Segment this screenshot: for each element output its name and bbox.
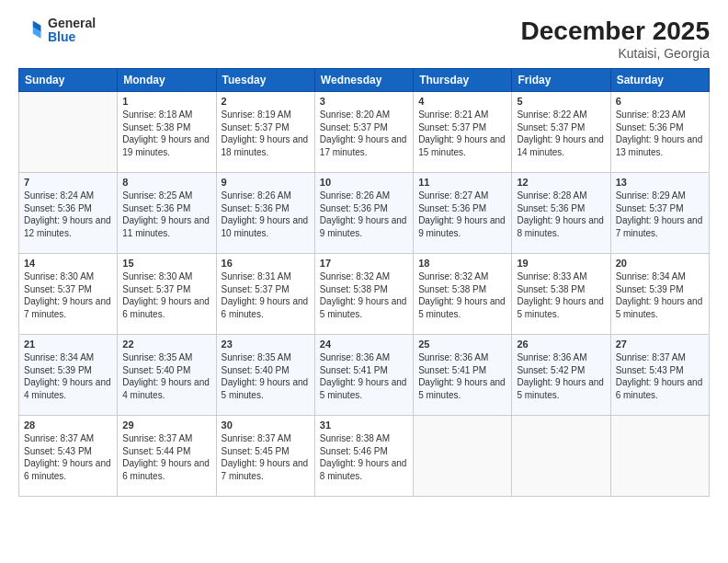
calendar-header-monday: Monday [118,69,216,92]
calendar-cell: 5Sunrise: 8:22 AMSunset: 5:37 PMDaylight… [512,92,610,173]
calendar-cell: 15Sunrise: 8:30 AMSunset: 5:37 PMDayligh… [118,254,216,335]
day-number: 31 [320,419,408,431]
day-info: Sunrise: 8:25 AMSunset: 5:36 PMDaylight:… [122,190,210,239]
calendar-cell: 3Sunrise: 8:20 AMSunset: 5:37 PMDaylight… [314,92,413,173]
day-number: 10 [320,177,408,188]
calendar-table: SundayMondayTuesdayWednesdayThursdayFrid… [18,68,710,497]
day-number: 17 [320,258,408,269]
day-info: Sunrise: 8:24 AMSunset: 5:36 PMDaylight:… [24,190,112,239]
day-info: Sunrise: 8:35 AMSunset: 5:40 PMDaylight:… [122,351,210,401]
calendar-cell: 16Sunrise: 8:31 AMSunset: 5:37 PMDayligh… [216,254,314,335]
calendar-cell: 13Sunrise: 8:29 AMSunset: 5:37 PMDayligh… [610,173,709,254]
calendar-cell: 27Sunrise: 8:37 AMSunset: 5:43 PMDayligh… [610,335,709,416]
calendar-cell: 31Sunrise: 8:38 AMSunset: 5:46 PMDayligh… [314,416,413,497]
logo-icon [18,17,44,43]
logo-text: General Blue [48,17,96,45]
calendar-cell: 20Sunrise: 8:34 AMSunset: 5:39 PMDayligh… [610,254,709,335]
day-info: Sunrise: 8:33 AMSunset: 5:38 PMDaylight:… [517,270,605,320]
day-number: 8 [122,177,210,188]
calendar-header-row: SundayMondayTuesdayWednesdayThursdayFrid… [19,69,710,92]
day-number: 16 [222,258,310,269]
calendar-cell: 30Sunrise: 8:37 AMSunset: 5:45 PMDayligh… [216,416,314,497]
day-info: Sunrise: 8:20 AMSunset: 5:37 PMDaylight:… [320,109,408,158]
calendar-cell: 14Sunrise: 8:30 AMSunset: 5:37 PMDayligh… [19,254,118,335]
day-number: 1 [122,96,210,107]
calendar-header-tuesday: Tuesday [216,69,314,92]
calendar-header-saturday: Saturday [610,69,709,92]
day-info: Sunrise: 8:29 AMSunset: 5:37 PMDaylight:… [616,190,704,239]
day-info: Sunrise: 8:18 AMSunset: 5:38 PMDaylight:… [122,109,210,158]
day-number: 11 [418,177,506,188]
day-info: Sunrise: 8:36 AMSunset: 5:41 PMDaylight:… [320,351,408,401]
calendar-week-row: 7Sunrise: 8:24 AMSunset: 5:36 PMDaylight… [19,173,710,254]
day-number: 19 [517,258,605,269]
logo-blue: Blue [48,30,96,44]
day-number: 30 [222,419,310,431]
subtitle: Kutaisi, Georgia [521,46,710,61]
calendar-cell: 18Sunrise: 8:32 AMSunset: 5:38 PMDayligh… [414,254,512,335]
calendar-week-row: 14Sunrise: 8:30 AMSunset: 5:37 PMDayligh… [19,254,710,335]
day-info: Sunrise: 8:31 AMSunset: 5:37 PMDaylight:… [222,270,310,320]
calendar-cell [414,416,512,497]
calendar-week-row: 1Sunrise: 8:18 AMSunset: 5:38 PMDaylight… [19,92,710,173]
day-info: Sunrise: 8:27 AMSunset: 5:36 PMDaylight:… [418,190,506,239]
calendar-cell [610,416,709,497]
calendar-cell: 24Sunrise: 8:36 AMSunset: 5:41 PMDayligh… [314,335,413,416]
day-number: 5 [517,96,605,107]
day-number: 14 [24,258,112,269]
day-number: 29 [122,419,210,431]
day-info: Sunrise: 8:21 AMSunset: 5:37 PMDaylight:… [418,109,506,158]
day-info: Sunrise: 8:26 AMSunset: 5:36 PMDaylight:… [320,190,408,239]
calendar-cell: 10Sunrise: 8:26 AMSunset: 5:36 PMDayligh… [314,173,413,254]
calendar-cell: 19Sunrise: 8:33 AMSunset: 5:38 PMDayligh… [512,254,610,335]
day-number: 13 [616,177,704,188]
calendar-cell: 7Sunrise: 8:24 AMSunset: 5:36 PMDaylight… [19,173,118,254]
day-number: 3 [320,96,408,107]
day-info: Sunrise: 8:38 AMSunset: 5:46 PMDaylight:… [320,432,408,482]
calendar-cell: 29Sunrise: 8:37 AMSunset: 5:44 PMDayligh… [118,416,216,497]
day-number: 27 [616,339,704,350]
day-info: Sunrise: 8:30 AMSunset: 5:37 PMDaylight:… [122,270,210,320]
day-number: 24 [320,339,408,350]
calendar-header-thursday: Thursday [414,69,512,92]
day-number: 6 [616,96,704,107]
main-title: December 2025 [521,17,710,46]
day-info: Sunrise: 8:19 AMSunset: 5:37 PMDaylight:… [222,109,310,158]
calendar-cell: 17Sunrise: 8:32 AMSunset: 5:38 PMDayligh… [314,254,413,335]
day-info: Sunrise: 8:36 AMSunset: 5:42 PMDaylight:… [517,351,605,401]
day-info: Sunrise: 8:37 AMSunset: 5:43 PMDaylight:… [616,351,704,401]
calendar-cell: 21Sunrise: 8:34 AMSunset: 5:39 PMDayligh… [19,335,118,416]
day-number: 18 [418,258,506,269]
calendar-cell: 26Sunrise: 8:36 AMSunset: 5:42 PMDayligh… [512,335,610,416]
day-info: Sunrise: 8:22 AMSunset: 5:37 PMDaylight:… [517,109,605,158]
calendar-cell: 4Sunrise: 8:21 AMSunset: 5:37 PMDaylight… [414,92,512,173]
page: General Blue December 2025 Kutaisi, Geor… [0,0,728,563]
calendar-week-row: 21Sunrise: 8:34 AMSunset: 5:39 PMDayligh… [19,335,710,416]
calendar-cell: 22Sunrise: 8:35 AMSunset: 5:40 PMDayligh… [118,335,216,416]
logo-general: General [48,17,96,30]
calendar-cell: 25Sunrise: 8:36 AMSunset: 5:41 PMDayligh… [414,335,512,416]
day-info: Sunrise: 8:34 AMSunset: 5:39 PMDaylight:… [24,351,112,401]
day-info: Sunrise: 8:28 AMSunset: 5:36 PMDaylight:… [517,190,605,239]
day-info: Sunrise: 8:37 AMSunset: 5:44 PMDaylight:… [122,432,210,482]
day-number: 4 [418,96,506,107]
day-number: 2 [222,96,310,107]
calendar-cell: 28Sunrise: 8:37 AMSunset: 5:43 PMDayligh… [19,416,118,497]
day-info: Sunrise: 8:32 AMSunset: 5:38 PMDaylight:… [418,270,506,320]
calendar-cell: 1Sunrise: 8:18 AMSunset: 5:38 PMDaylight… [118,92,216,173]
calendar-cell: 12Sunrise: 8:28 AMSunset: 5:36 PMDayligh… [512,173,610,254]
day-number: 20 [616,258,704,269]
day-number: 28 [24,419,112,431]
calendar-header-sunday: Sunday [19,69,118,92]
calendar-week-row: 28Sunrise: 8:37 AMSunset: 5:43 PMDayligh… [19,416,710,497]
day-info: Sunrise: 8:36 AMSunset: 5:41 PMDaylight:… [418,351,506,401]
day-info: Sunrise: 8:23 AMSunset: 5:36 PMDaylight:… [616,109,704,158]
day-info: Sunrise: 8:30 AMSunset: 5:37 PMDaylight:… [24,270,112,320]
day-info: Sunrise: 8:26 AMSunset: 5:36 PMDaylight:… [222,190,310,239]
calendar-cell [19,92,118,173]
day-number: 12 [517,177,605,188]
title-block: December 2025 Kutaisi, Georgia [521,17,710,61]
day-info: Sunrise: 8:34 AMSunset: 5:39 PMDaylight:… [616,270,704,320]
calendar-cell: 9Sunrise: 8:26 AMSunset: 5:36 PMDaylight… [216,173,314,254]
calendar-cell: 23Sunrise: 8:35 AMSunset: 5:40 PMDayligh… [216,335,314,416]
